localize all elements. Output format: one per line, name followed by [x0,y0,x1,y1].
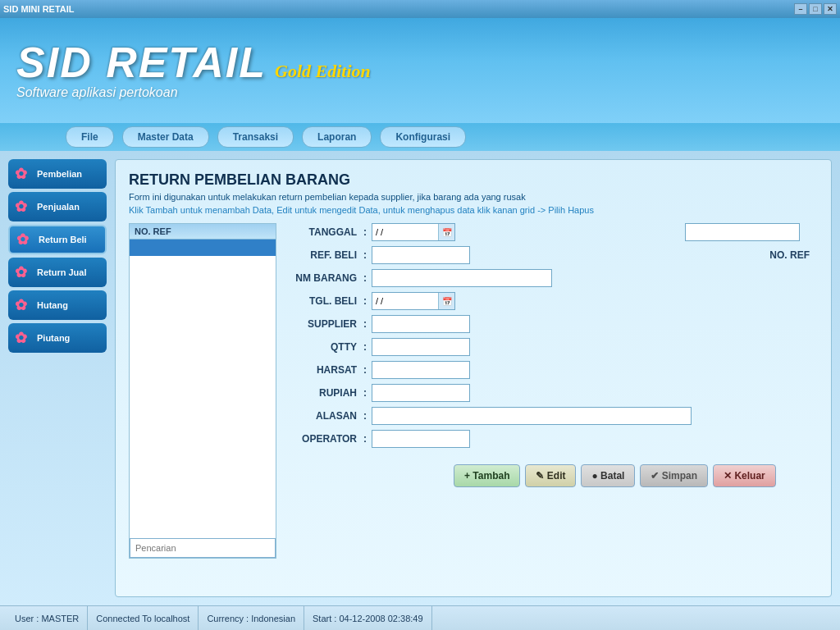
qtty-row: QTTY : [290,338,818,356]
nm-barang-row: NM BARANG : [290,269,818,287]
main-area: ✿ Pembelian ✿ Penjualan ✿ Return Beli ✿ … [0,151,840,605]
tgl-beli-row: TGL. BELI : 📅 [290,292,818,310]
ref-beli-label: REF. BELI [290,249,363,261]
page-title: RETURN PEMBELIAN BARANG [129,171,818,189]
sidebar-label-piutang: Piutang [37,333,70,343]
tgl-beli-input-wrap: 📅 [372,292,455,310]
logo-main-text: SID RETAIL [16,41,267,84]
close-button[interactable]: ✕ [824,3,837,15]
keluar-button[interactable]: ✕ Keluar [713,464,776,487]
connection-status: Connected To localhost [88,606,199,630]
status-bar: User : MASTER Connected To localhost Cur… [0,605,840,630]
nm-barang-input[interactable] [372,269,552,287]
flower-icon-pembelian: ✿ [15,165,33,183]
nm-barang-label: NM BARANG [290,272,363,284]
window-controls: – □ ✕ [794,3,837,15]
flower-icon-return-beli: ✿ [16,231,34,249]
tanggal-label: TANGGAL [290,226,363,238]
flower-icon-penjualan: ✿ [15,198,33,216]
grid-area: NO. REF [129,223,276,559]
nav-bar: File Master Data Transaksi Laporan Konfi… [0,123,840,151]
supplier-input[interactable] [372,315,470,333]
ref-beli-row: REF. BELI : NO. REF [290,246,818,264]
alasan-row: ALASAN : [290,407,818,425]
edit-button[interactable]: ✎ Edit [525,464,576,487]
logo-gold-text: Gold Edition [275,61,371,82]
sidebar: ✿ Pembelian ✿ Penjualan ✿ Return Beli ✿ … [8,159,107,597]
sidebar-item-return-beli[interactable]: ✿ Return Beli [8,225,107,254]
grid-body[interactable] [130,240,276,535]
sidebar-item-piutang[interactable]: ✿ Piutang [8,323,107,353]
form-area: TANGGAL : 📅 REF. BELI : NO. REF [290,223,818,487]
operator-row: OPERATOR : [290,430,818,448]
tgl-beli-input[interactable] [372,293,438,309]
content-panel: RETURN PEMBELIAN BARANG Form ini digunak… [115,159,832,597]
batal-button[interactable]: ● Batal [581,464,635,487]
flower-icon-hutang: ✿ [15,296,33,314]
rupiah-row: RUPIAH : [290,384,818,402]
operator-input[interactable] [372,430,470,448]
tambah-button[interactable]: + Tambah [454,464,520,487]
content-description2: Klik Tambah untuk menambah Data, Edit un… [129,205,818,215]
nav-file[interactable]: File [66,126,114,148]
nav-konfigurasi[interactable]: Konfigurasi [380,126,466,148]
action-buttons: + Tambah ✎ Edit ● Batal ✔ Simpan ✕ Kelua… [290,464,818,487]
content-body: NO. REF TANGGAL : 📅 [129,223,818,565]
tanggal-calendar-btn[interactable]: 📅 [438,224,454,240]
currency-status: Currency : Indonesian [199,606,304,630]
sidebar-item-return-jual[interactable]: ✿ Return Jual [8,258,107,287]
harsat-label: HARSAT [290,364,363,376]
maximize-button[interactable]: □ [809,3,822,15]
nav-master-data[interactable]: Master Data [122,126,209,148]
alasan-label: ALASAN [290,410,363,422]
tgl-beli-label: TGL. BELI [290,295,363,307]
sidebar-item-penjualan[interactable]: ✿ Penjualan [8,192,107,221]
sidebar-item-hutang[interactable]: ✿ Hutang [8,290,107,320]
rupiah-input[interactable] [372,384,470,402]
supplier-row: SUPPLIER : [290,315,818,333]
user-status: User : MASTER [7,606,88,630]
tanggal-input-wrap: 📅 [372,223,455,241]
app-header: SID RETAIL Gold Edition Software aplikas… [0,18,840,123]
no-ref-label: NO. REF [769,249,818,261]
window-title: SID MINI RETAIL [3,4,75,14]
logo-subtitle: Software aplikasi pertokoan [16,85,371,100]
sidebar-label-return-jual: Return Jual [37,267,87,277]
harsat-input[interactable] [372,361,470,379]
no-ref-value-input[interactable] [685,223,800,241]
sidebar-item-pembelian[interactable]: ✿ Pembelian [8,159,107,189]
qtty-label: QTTY [290,341,363,353]
sidebar-label-return-beli: Return Beli [39,235,87,244]
tgl-beli-calendar-btn[interactable]: 📅 [438,293,454,309]
nav-transaksi[interactable]: Transaksi [217,126,294,148]
minimize-button[interactable]: – [794,3,807,15]
content-description: Form ini digunakan untuk melakukan retur… [129,192,818,202]
qtty-input[interactable] [372,338,470,356]
operator-label: OPERATOR [290,433,363,445]
harsat-row: HARSAT : [290,361,818,379]
app-logo: SID RETAIL Gold Edition Software aplikas… [16,41,371,100]
grid-row-selected[interactable] [130,240,276,256]
grid-header: NO. REF [130,224,276,240]
flower-icon-return-jual: ✿ [15,263,33,281]
sidebar-label-penjualan: Penjualan [37,202,80,212]
tanggal-row: TANGGAL : 📅 [290,223,818,241]
sidebar-label-hutang: Hutang [37,300,68,310]
flower-icon-piutang: ✿ [15,329,33,347]
alasan-input[interactable] [372,407,692,425]
sidebar-label-pembelian: Pembelian [37,169,82,179]
tanggal-input[interactable] [372,224,438,240]
start-time-status: Start : 04-12-2008 02:38:49 [304,606,432,630]
supplier-label: SUPPLIER [290,318,363,330]
rupiah-label: RUPIAH [290,387,363,399]
ref-beli-input[interactable] [372,246,470,264]
search-input[interactable] [130,538,276,558]
nav-laporan[interactable]: Laporan [302,126,372,148]
title-bar: SID MINI RETAIL – □ ✕ [0,0,840,18]
simpan-button[interactable]: ✔ Simpan [640,464,708,487]
